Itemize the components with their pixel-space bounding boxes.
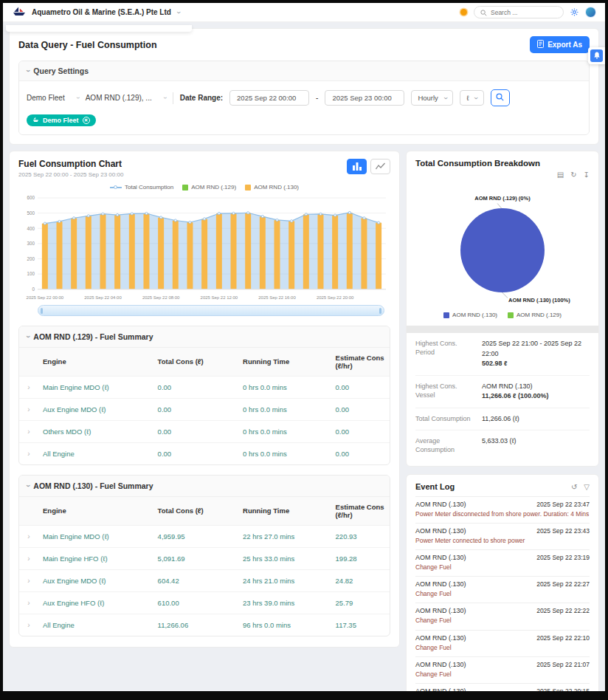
user-avatar[interactable] bbox=[585, 7, 596, 18]
row-expand-icon[interactable]: › bbox=[19, 614, 38, 636]
chart-range-brush[interactable] bbox=[38, 305, 384, 316]
event-timestamp: 2025 Sep 22 23:43 bbox=[536, 527, 590, 535]
stat-value: AOM RND (.130)11,266.06 ℓ (100.00%) bbox=[482, 382, 548, 402]
row-expand-icon[interactable]: › bbox=[19, 591, 38, 614]
row-expand-icon[interactable]: › bbox=[19, 525, 38, 547]
svg-text:2025 Sep 22 16:00: 2025 Sep 22 16:00 bbox=[258, 295, 296, 300]
export-as-button[interactable]: Export As bbox=[530, 36, 590, 53]
stat-label: Highest Cons. Vessel bbox=[415, 382, 482, 402]
gear-icon[interactable] bbox=[570, 6, 578, 19]
table-cell: 0.00 bbox=[331, 376, 390, 398]
line-chart-toggle[interactable] bbox=[370, 159, 390, 174]
pie-chart: AOM RND (.129) (0%) AOM RND (.130) (100%… bbox=[415, 179, 590, 310]
fuel-summary-129-header[interactable]: › AOM RND (.129) - Fuel Summary bbox=[19, 326, 390, 348]
event-log-entry[interactable]: AOM RND (.130)2025 Sep 22 21:07Change Fu… bbox=[415, 657, 590, 684]
status-orb-icon[interactable] bbox=[460, 9, 467, 16]
table-cell: Aux Engine MDO (ℓ) bbox=[38, 569, 153, 591]
table-cell: 0 hrs 0.0 mins bbox=[238, 442, 331, 464]
page: Data Query - Fuel Consumption Export As … bbox=[3, 22, 605, 691]
event-log-entry[interactable]: AOM RND (.130)2025 Sep 22 20:15Change Fu… bbox=[415, 684, 590, 691]
event-log-entry[interactable]: AOM RND (.130)2025 Sep 22 23:19Change Fu… bbox=[415, 550, 590, 577]
row-expand-icon[interactable]: › bbox=[19, 398, 38, 420]
note-icon[interactable]: ▤ bbox=[557, 171, 564, 179]
table-cell: All Engine bbox=[38, 442, 153, 464]
legend-item[interactable]: AOM RND (.129) bbox=[182, 184, 236, 191]
global-search bbox=[474, 6, 564, 18]
bar-chart-toggle[interactable] bbox=[347, 159, 367, 174]
window-frame: Aquametro Oil & Marine (S.E.A.) Pte Ltd … bbox=[0, 0, 608, 700]
row-expand-icon[interactable]: › bbox=[19, 420, 38, 442]
notifications-button[interactable] bbox=[590, 49, 603, 62]
event-log-entry[interactable]: AOM RND (.130)2025 Sep 22 23:43Power Met… bbox=[415, 524, 590, 550]
search-icon bbox=[480, 6, 487, 19]
event-vessel: AOM RND (.130) bbox=[415, 634, 466, 642]
legend-item[interactable]: AOM RND (.130) bbox=[443, 312, 497, 318]
stat-row: Highest Cons. Period2025 Sep 22 21:00 - … bbox=[415, 333, 590, 376]
date-from-input[interactable]: 2025 Sep 22 00:00 bbox=[229, 90, 309, 106]
row-expand-icon[interactable]: › bbox=[19, 569, 38, 591]
run-query-button[interactable] bbox=[491, 89, 510, 106]
unit-select[interactable]: ℓ › bbox=[460, 90, 483, 106]
chevron-down-icon: › bbox=[24, 69, 32, 72]
interval-select-value: Hourly bbox=[418, 94, 438, 102]
event-log-entry[interactable]: AOM RND (.130)2025 Sep 22 23:47Power Met… bbox=[415, 497, 590, 524]
event-log-entry[interactable]: AOM RND (.130)2025 Sep 22 22:10Change Fu… bbox=[415, 631, 590, 657]
svg-text:400: 400 bbox=[27, 226, 35, 231]
fuel-summary-130-header[interactable]: › AOM RND (.130) - Fuel Summary bbox=[19, 476, 390, 497]
table-cell: 0 hrs 0.0 mins bbox=[238, 376, 331, 398]
table-cell: 25.79 bbox=[331, 591, 390, 614]
search-input[interactable] bbox=[491, 9, 557, 16]
event-log-list: AOM RND (.130)2025 Sep 22 23:47Power Met… bbox=[415, 497, 590, 691]
table-cell: 25 hrs 33.0 mins bbox=[238, 547, 331, 569]
table-cell: 0.00 bbox=[153, 442, 238, 464]
column-header: Total Cons (ℓ) bbox=[153, 348, 238, 377]
refresh-icon[interactable]: ↺ bbox=[571, 483, 577, 491]
interval-select[interactable]: Hourly › bbox=[411, 90, 453, 106]
download-icon[interactable]: ↧ bbox=[584, 171, 590, 179]
fuel-summary-title: AOM RND (.129) - Fuel Summary bbox=[33, 332, 153, 341]
legend-item[interactable]: AOM RND (.129) bbox=[508, 312, 562, 318]
event-description: Power Meter disconnected from shore powe… bbox=[415, 510, 590, 518]
refresh-icon[interactable]: ↻ bbox=[570, 171, 576, 179]
page-title: Data Query - Fuel Consumption bbox=[18, 40, 157, 50]
event-timestamp: 2025 Sep 22 23:19 bbox=[536, 554, 590, 561]
chart-legend: Total ConsumptionAOM RND (.129)AOM RND (… bbox=[18, 184, 390, 191]
brand: Aquametro Oil & Marine (S.E.A.) Pte Ltd … bbox=[12, 6, 179, 19]
event-timestamp: 2025 Sep 22 23:47 bbox=[536, 501, 590, 508]
tag-close-icon[interactable]: ✕ bbox=[83, 117, 90, 124]
column-header: Running Time bbox=[238, 348, 331, 377]
vessel-select[interactable]: AOM RND (.129), ... › bbox=[86, 94, 166, 102]
svg-text:2025 Sep 22 00:00: 2025 Sep 22 00:00 bbox=[27, 295, 64, 300]
legend-item[interactable]: Total Consumption bbox=[110, 184, 173, 191]
row-expand-icon[interactable]: › bbox=[19, 547, 38, 569]
filter-icon[interactable]: ▽ bbox=[584, 483, 590, 491]
pie-slice-130[interactable] bbox=[460, 208, 545, 292]
divider bbox=[173, 92, 173, 104]
query-settings-header[interactable]: › Query Settings bbox=[19, 61, 589, 81]
export-as-label: Export As bbox=[547, 41, 582, 49]
table-row: ›All Engine11,266.0696 hrs 0.0 mins117.3… bbox=[19, 614, 390, 636]
event-log-entry[interactable]: AOM RND (.130)2025 Sep 22 22:27Change Fu… bbox=[415, 577, 590, 603]
top-bar: Aquametro Oil & Marine (S.E.A.) Pte Ltd … bbox=[3, 3, 605, 22]
row-expand-icon[interactable]: › bbox=[19, 376, 38, 398]
legend-item[interactable]: AOM RND (.130) bbox=[245, 184, 299, 191]
fleet-tag: Demo Fleet ✕ bbox=[27, 114, 96, 126]
row-expand-icon[interactable]: › bbox=[19, 442, 38, 464]
svg-text:100: 100 bbox=[27, 271, 35, 276]
column-header: Running Time bbox=[238, 497, 331, 526]
column-header: Total Cons (ℓ) bbox=[153, 497, 238, 526]
chevron-down-icon: › bbox=[24, 484, 32, 487]
fleet-select[interactable]: Demo Fleet › bbox=[27, 94, 79, 102]
breakdown-scrollbar[interactable] bbox=[407, 326, 598, 333]
event-vessel: AOM RND (.130) bbox=[415, 554, 466, 561]
event-description: Change Fuel bbox=[415, 590, 590, 598]
table-cell: 220.93 bbox=[331, 525, 390, 547]
column-header: Estimate Cons (ℓ/hr) bbox=[331, 348, 390, 377]
company-select[interactable]: Aquametro Oil & Marine (S.E.A.) Pte Ltd … bbox=[32, 8, 179, 16]
svg-text:0: 0 bbox=[32, 286, 35, 292]
date-to-input[interactable]: 2025 Sep 23 00:00 bbox=[325, 90, 404, 106]
chart-title: Fuel Consumption Chart bbox=[18, 159, 123, 169]
event-log-entry[interactable]: AOM RND (.130)2025 Sep 22 22:22Change Fu… bbox=[415, 603, 590, 630]
event-description: Change Fuel bbox=[415, 617, 590, 625]
svg-text:500: 500 bbox=[27, 210, 35, 216]
